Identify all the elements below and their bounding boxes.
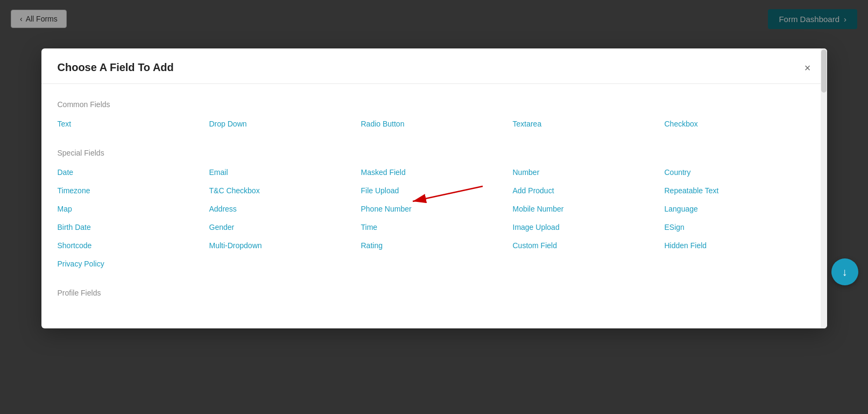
modal-scrollbar-thumb[interactable]: [821, 50, 827, 93]
modal-overlay: Choose A Field To Add × Common Fields Te…: [0, 0, 868, 414]
field-time[interactable]: Time: [361, 222, 507, 233]
common-fields-section: Common Fields Text Drop Down Radio Butto…: [58, 100, 811, 129]
special-fields-label: Special Fields: [58, 149, 811, 157]
field-repeatable-text[interactable]: Repeatable Text: [665, 185, 811, 196]
profile-fields-label: Profile Fields: [58, 289, 811, 297]
field-phone-number[interactable]: Phone Number: [361, 204, 507, 214]
field-multi-dropdown[interactable]: Multi-Dropdown: [209, 240, 356, 251]
field-textarea[interactable]: Textarea: [513, 118, 659, 129]
field-esign[interactable]: ESign: [665, 222, 811, 233]
field-map[interactable]: Map: [58, 204, 204, 214]
field-masked-field[interactable]: Masked Field: [361, 167, 507, 178]
modal-scrollbar-track: [821, 48, 827, 328]
field-language[interactable]: Language: [665, 204, 811, 214]
field-gender[interactable]: Gender: [209, 222, 356, 233]
field-email[interactable]: Email: [209, 167, 356, 178]
choose-field-modal: Choose A Field To Add × Common Fields Te…: [41, 48, 827, 328]
field-radio-button[interactable]: Radio Button: [361, 118, 507, 129]
profile-fields-section: Profile Fields: [58, 289, 811, 297]
field-custom-field[interactable]: Custom Field: [513, 240, 659, 251]
field-mobile-number[interactable]: Mobile Number: [513, 204, 659, 214]
modal-header: Choose A Field To Add ×: [41, 48, 827, 84]
field-hidden-field[interactable]: Hidden Field: [665, 240, 811, 251]
common-fields-grid: Text Drop Down Radio Button Textarea Che…: [58, 118, 811, 129]
field-number[interactable]: Number: [513, 167, 659, 178]
field-add-product[interactable]: Add Product: [513, 185, 659, 196]
field-privacy-policy[interactable]: Privacy Policy: [58, 258, 204, 269]
field-file-upload[interactable]: File Upload: [361, 185, 507, 196]
scroll-down-button[interactable]: ↓: [831, 258, 858, 285]
field-checkbox[interactable]: Checkbox: [665, 118, 811, 129]
field-image-upload[interactable]: Image Upload: [513, 222, 659, 233]
common-fields-label: Common Fields: [58, 100, 811, 109]
modal-title: Choose A Field To Add: [58, 61, 174, 74]
field-date[interactable]: Date: [58, 167, 204, 178]
field-text[interactable]: Text: [58, 118, 204, 129]
field-dropdown[interactable]: Drop Down: [209, 118, 356, 129]
modal-body: Common Fields Text Drop Down Radio Butto…: [41, 84, 827, 328]
scroll-down-icon: ↓: [842, 266, 848, 278]
special-fields-grid: Date Email Masked Field Number Country T…: [58, 167, 811, 269]
field-timezone[interactable]: Timezone: [58, 185, 204, 196]
field-shortcode[interactable]: Shortcode: [58, 240, 204, 251]
field-country[interactable]: Country: [665, 167, 811, 178]
modal-close-button[interactable]: ×: [805, 62, 811, 73]
field-birth-date[interactable]: Birth Date: [58, 222, 204, 233]
field-tnc-checkbox[interactable]: T&C Checkbox: [209, 185, 356, 196]
field-rating[interactable]: Rating: [361, 240, 507, 251]
field-address[interactable]: Address: [209, 204, 356, 214]
special-fields-section: Special Fields Date Email Masked Field N…: [58, 149, 811, 269]
